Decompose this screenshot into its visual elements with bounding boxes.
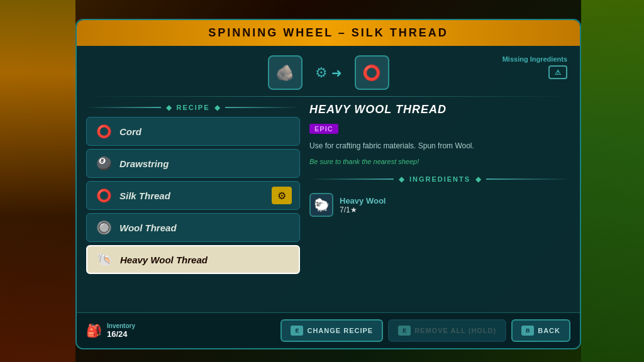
- panel-title: SPINNING WHEEL – SILK THREAD: [208, 26, 448, 39]
- silk-thread-gear-icon: ⚙: [272, 187, 292, 204]
- remove-all-key: E: [398, 326, 411, 336]
- inventory-count: 16/24: [107, 329, 135, 339]
- remove-all-button[interactable]: E REMOVE ALL (HOLD): [388, 319, 506, 342]
- diamond-right: ◆: [214, 103, 220, 112]
- silk-thread-icon: ⭕: [94, 186, 113, 205]
- recipe-header: ◆ RECIPE ◆: [86, 103, 300, 112]
- missing-count-box: ⚠: [548, 65, 567, 79]
- diamond-left: ◆: [166, 103, 172, 112]
- back-key: B: [521, 326, 534, 336]
- bg-left-scenery: [0, 0, 75, 362]
- gear-icon: ⚙: [315, 65, 328, 81]
- main-panel: SPINNING WHEEL – SILK THREAD 🪨 ⚙ ➜ ⭕ Mis…: [75, 19, 581, 349]
- recipe-header-line-right: [225, 107, 300, 108]
- item-flavor-text: Be sure to thank the nearest sheep!: [309, 158, 570, 165]
- ingredients-header: ◆ INGREDIENTS ◆: [309, 175, 570, 184]
- silk-thread-label: Silk Thread: [119, 190, 170, 201]
- wool-thread-label: Wool Thread: [119, 222, 177, 233]
- wool-thread-icon: 🔘: [94, 218, 113, 237]
- inventory-text: Inventory 16/24: [107, 322, 135, 339]
- change-recipe-label: CHANGE RECIPE: [307, 327, 373, 334]
- change-recipe-button[interactable]: E CHANGE RECIPE: [280, 319, 383, 342]
- craft-arrow: ⚙ ➜: [315, 65, 342, 81]
- recipe-item-silk-thread[interactable]: ⭕ Silk Thread ⚙: [86, 181, 300, 210]
- ingredients-line-left: [309, 178, 394, 180]
- heavy-wool-thread-icon: 🐚: [95, 250, 114, 269]
- back-button[interactable]: B BACK: [511, 319, 570, 342]
- missing-label: Missing Ingredients: [502, 55, 567, 63]
- craft-input-icon: 🪨: [268, 55, 303, 90]
- missing-ingredients-panel: Missing Ingredients ⚠: [502, 55, 567, 79]
- missing-count: ⚠: [555, 69, 561, 77]
- recipe-item-heavy-wool-thread[interactable]: 🐚 Heavy Wool Thread: [86, 245, 300, 274]
- remove-all-label: REMOVE ALL (HOLD): [414, 327, 496, 334]
- craft-preview: 🪨 ⚙ ➜ ⭕ Missing Ingredients ⚠: [77, 46, 580, 96]
- drawstring-icon: 🎱: [94, 154, 113, 173]
- bottom-bar: 🎒 Inventory 16/24 E CHANGE RECIPE E REMO…: [77, 312, 580, 348]
- recipe-item-wool-thread[interactable]: 🔘 Wool Thread: [86, 213, 300, 242]
- bg-right-scenery: [581, 0, 644, 362]
- recipe-item-drawstring[interactable]: 🎱 Drawstring: [86, 149, 300, 178]
- item-rarity-badge: EPIC: [309, 124, 338, 134]
- recipe-item-cord[interactable]: ⭕ Cord: [86, 117, 300, 146]
- ingredients-diamond-left: ◆: [399, 175, 404, 184]
- ingredients-line-right: [486, 178, 570, 180]
- ingredient-row: 🐑 Heavy Wool 7/1★: [309, 190, 570, 220]
- change-recipe-key: E: [291, 326, 303, 336]
- craft-output-icon: ⭕: [355, 55, 389, 90]
- ingredient-info: Heavy Wool 7/1★: [340, 196, 386, 214]
- details-panel: HEAVY WOOL THREAD EPIC Use for crafting …: [309, 103, 570, 306]
- inventory-icon: 🎒: [86, 323, 102, 338]
- cord-icon: ⭕: [94, 122, 113, 141]
- inventory-section: 🎒 Inventory 16/24: [86, 322, 135, 339]
- recipe-header-text: RECIPE: [177, 104, 210, 111]
- recipe-list: ⭕ Cord 🎱 Drawstring ⭕ Silk Thread ⚙ 🔘: [86, 117, 300, 274]
- content-area: ◆ RECIPE ◆ ⭕ Cord 🎱 Drawstring ⭕: [77, 97, 580, 312]
- ingredients-header-text: INGREDIENTS: [409, 175, 470, 183]
- arrow-symbol: ➜: [331, 65, 342, 80]
- drawstring-label: Drawstring: [119, 158, 169, 169]
- panel-header: SPINNING WHEEL – SILK THREAD: [77, 20, 580, 46]
- recipe-header-line-left: [86, 107, 161, 108]
- heavy-wool-icon: 🐑: [309, 193, 333, 217]
- back-label: BACK: [538, 327, 560, 334]
- ingredient-name: Heavy Wool: [340, 196, 386, 206]
- recipe-panel: ◆ RECIPE ◆ ⭕ Cord 🎱 Drawstring ⭕: [86, 103, 300, 306]
- item-title: HEAVY WOOL THREAD: [309, 103, 570, 116]
- heavy-wool-thread-label: Heavy Wool Thread: [120, 255, 208, 265]
- ingredients-diamond-right: ◆: [475, 175, 481, 184]
- cord-label: Cord: [119, 126, 142, 137]
- inventory-label: Inventory: [107, 322, 135, 329]
- ingredient-count: 7/1★: [340, 206, 386, 214]
- item-description: Use for crafting fabric materials. Spun …: [309, 140, 570, 151]
